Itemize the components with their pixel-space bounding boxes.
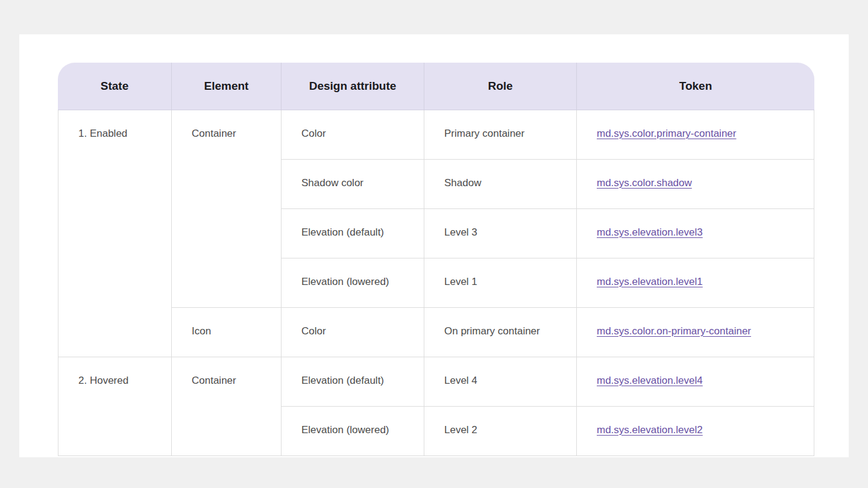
token-cell: md.sys.color.shadow bbox=[577, 160, 814, 209]
state-cell: 1. Enabled bbox=[58, 110, 172, 357]
table-header: State Element Design attribute Role Toke… bbox=[58, 63, 814, 110]
token-link[interactable]: md.sys.color.primary-container bbox=[597, 128, 736, 139]
token-cell: md.sys.elevation.level1 bbox=[577, 258, 814, 308]
role-cell: Level 2 bbox=[424, 407, 577, 456]
attribute-cell: Color bbox=[281, 110, 424, 160]
token-cell: md.sys.elevation.level2 bbox=[577, 407, 814, 456]
role-cell: On primary container bbox=[424, 308, 577, 357]
element-cell: Container bbox=[172, 357, 281, 456]
state-cell: 2. Hovered bbox=[58, 357, 172, 456]
table-row: Icon Color On primary container md.sys.c… bbox=[58, 308, 814, 357]
token-cell: md.sys.color.on-primary-container bbox=[577, 308, 814, 357]
role-cell: Level 3 bbox=[424, 209, 577, 258]
header-cell-element: Element bbox=[172, 63, 281, 110]
token-link[interactable]: md.sys.elevation.level3 bbox=[597, 227, 703, 238]
table-row: 1. Enabled Container Color Primary conta… bbox=[58, 110, 814, 160]
attribute-cell: Elevation (lowered) bbox=[281, 258, 424, 308]
spec-table: State Element Design attribute Role Toke… bbox=[58, 63, 814, 456]
header-cell-design-attribute: Design attribute bbox=[281, 63, 424, 110]
element-cell: Container bbox=[172, 110, 281, 308]
token-cell: md.sys.color.primary-container bbox=[577, 110, 814, 160]
role-cell: Level 4 bbox=[424, 357, 577, 407]
token-link[interactable]: md.sys.color.on-primary-container bbox=[597, 325, 751, 337]
token-link[interactable]: md.sys.elevation.level4 bbox=[597, 375, 703, 386]
token-link[interactable]: md.sys.elevation.level2 bbox=[597, 424, 703, 436]
attribute-cell: Elevation (default) bbox=[281, 357, 424, 407]
attribute-cell: Elevation (lowered) bbox=[281, 407, 424, 456]
table-body: 1. Enabled Container Color Primary conta… bbox=[58, 110, 814, 456]
token-link[interactable]: md.sys.color.shadow bbox=[597, 177, 692, 189]
header-cell-state: State bbox=[58, 63, 172, 110]
header-cell-role: Role bbox=[424, 63, 577, 110]
token-cell: md.sys.elevation.level4 bbox=[577, 357, 814, 407]
role-cell: Primary container bbox=[424, 110, 577, 160]
content-card: State Element Design attribute Role Toke… bbox=[19, 34, 849, 457]
attribute-cell: Elevation (default) bbox=[281, 209, 424, 258]
header-cell-token: Token bbox=[577, 63, 814, 110]
role-cell: Shadow bbox=[424, 160, 577, 209]
role-cell: Level 1 bbox=[424, 258, 577, 308]
token-link[interactable]: md.sys.elevation.level1 bbox=[597, 276, 703, 287]
attribute-cell: Color bbox=[281, 308, 424, 357]
table-row: 2. Hovered Container Elevation (default)… bbox=[58, 357, 814, 407]
attribute-cell: Shadow color bbox=[281, 160, 424, 209]
element-cell: Icon bbox=[172, 308, 281, 357]
token-cell: md.sys.elevation.level3 bbox=[577, 209, 814, 258]
